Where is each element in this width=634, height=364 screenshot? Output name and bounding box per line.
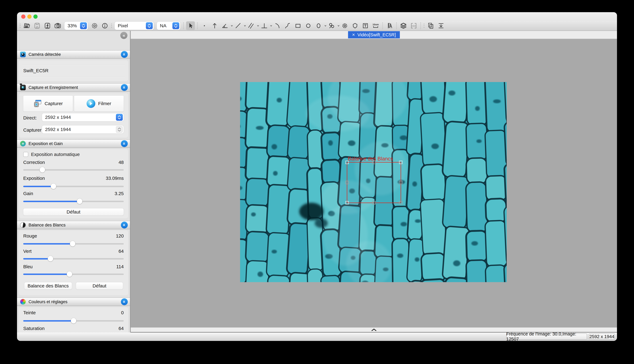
handle-bottom-center[interactable] [372,201,376,204]
sidebar-collapse-button[interactable]: « [120,32,128,39]
capture-button[interactable]: Capturer [23,96,73,112]
section-header-camera[interactable]: Caméra détectée « [17,50,130,59]
curve-tool[interactable] [283,21,292,30]
arrow-tool[interactable] [210,21,219,30]
red-slider-thumb[interactable] [70,241,75,246]
linked-circles-chevron-icon[interactable] [338,25,340,27]
capture-card: Capturer Filmer Direct: 2592 x 1944 Capt… [18,93,128,138]
line-tool[interactable] [234,21,242,30]
na-select[interactable]: NA [157,22,180,30]
pointer-tool[interactable] [186,21,195,30]
handle-mid-right[interactable] [399,181,402,184]
angle-tool-chevron-icon[interactable] [231,25,233,27]
parallel-tool-chevron-icon[interactable] [257,25,259,27]
handle-top-right[interactable] [399,161,402,164]
unit-select[interactable]: Pixel [115,22,154,30]
timed-capture-icon[interactable] [53,21,62,30]
zoom-level-select[interactable]: 33% [64,22,88,30]
live-resolution-select[interactable]: 2592 x 1944 [42,113,124,121]
snap-resolution-value: 2592 x 1944 [45,127,71,132]
save-burst-icon[interactable] [43,21,52,30]
tab-close-icon[interactable]: × [352,32,355,38]
collapse-section-icon[interactable]: « [121,222,128,228]
viewer-canvas[interactable]: Balance des Blancs [131,39,617,328]
blue-slider-thumb[interactable] [67,271,72,277]
gain-slider-thumb[interactable] [77,198,82,204]
exposure-default-button[interactable]: Défaut [23,208,124,216]
point-tool[interactable] [200,21,209,30]
gain-slider[interactable] [23,198,124,204]
csv-export-icon[interactable]: CSV [409,21,418,30]
frame-info-status: Fréquence de l'Image: 30.0,Image: 12507 [506,334,587,340]
annotation-label: Balance des Blancs [348,156,393,162]
ellipse-tool[interactable] [314,21,323,30]
blue-slider[interactable] [23,271,124,277]
handle-bottom-right[interactable] [399,201,402,204]
section-header-colors[interactable]: Couleurs et réglages « [17,298,130,306]
export-icon[interactable] [437,21,446,30]
polygon-tool[interactable] [351,21,360,30]
section-header-white-balance[interactable]: Balance des Blancs « [17,221,130,229]
text-tool[interactable] [361,21,370,30]
auto-exposure-checkbox[interactable] [23,152,28,157]
handle-bottom-left[interactable] [346,201,349,204]
collapse-section-icon[interactable]: « [121,140,128,147]
svg-text:CSV: CSV [412,25,416,27]
snap-resolution-stepper[interactable] [116,126,123,133]
layers-icon[interactable] [399,21,408,30]
line-tool-chevron-icon[interactable] [244,25,246,27]
ellipse-tool-chevron-icon[interactable] [324,25,326,27]
live-resolution-stepper[interactable] [116,114,123,121]
exposure-slider-thumb[interactable] [51,184,56,189]
measure-tool[interactable] [385,21,394,30]
concentric-circles-tool[interactable] [340,21,349,30]
collapse-section-icon[interactable]: « [121,84,128,91]
video-tab[interactable]: × Vidéo[Swift_EC5R] [348,31,400,38]
section-header-exposure[interactable]: Exposition et Gain « [17,140,130,148]
parallel-lines-tool[interactable] [247,21,256,30]
info-icon[interactable] [100,21,109,30]
record-button[interactable]: Filmer [74,96,124,112]
zoom-stepper[interactable] [80,22,87,29]
snap-resolution-select[interactable]: 2592 x 1944 [42,126,124,134]
save-icon[interactable] [33,21,42,30]
settings-icon[interactable] [90,21,99,30]
arc-tool[interactable] [273,21,282,30]
section-header-capture[interactable]: Capture et Enregistrement « [17,83,130,92]
correction-slider[interactable] [23,167,124,173]
handle-top-center[interactable] [372,161,376,164]
hue-slider[interactable] [23,318,124,324]
collapse-section-icon[interactable]: « [121,51,128,58]
green-slider[interactable] [23,256,124,262]
exposure-row: Exposition 33.09ms [23,176,124,181]
perpendicular-tool-chevron-icon[interactable] [270,25,272,27]
exposure-slider[interactable] [23,184,124,189]
white-balance-button[interactable]: Balance des Blancs [24,282,72,290]
collapse-section-icon[interactable]: « [121,298,128,305]
close-window-button[interactable] [21,14,26,19]
correction-slider-thumb[interactable] [40,167,45,172]
red-slider[interactable] [23,241,124,246]
perpendicular-tool[interactable] [260,21,269,30]
live-video-view[interactable]: Balance des Blancs [240,82,507,282]
scale-bar-tool[interactable]: 10um [371,21,380,30]
green-slider-thumb[interactable] [48,256,53,262]
angle-tool[interactable] [220,21,229,30]
white-balance-default-button[interactable]: Défaut [76,282,123,290]
rectangle-tool[interactable] [294,21,302,30]
hue-slider-thumb[interactable] [71,318,76,324]
minimize-window-button[interactable] [27,14,32,19]
duplicate-icon[interactable] [426,21,435,30]
annotation-selection-rect[interactable] [347,162,401,203]
circle-tool[interactable] [304,21,313,30]
handle-top-left[interactable] [346,161,349,164]
linked-circles-tool[interactable] [327,21,336,30]
record-button-label: Filmer [98,101,111,106]
auto-exposure-row: Exposition automatique [23,152,80,157]
unit-stepper[interactable] [146,22,153,29]
open-file-icon[interactable] [22,21,31,30]
camera-list-item[interactable]: Swift_EC5R [23,68,124,73]
zoom-window-button[interactable] [34,14,38,19]
handle-mid-left[interactable] [346,181,349,184]
na-stepper[interactable] [172,22,179,29]
